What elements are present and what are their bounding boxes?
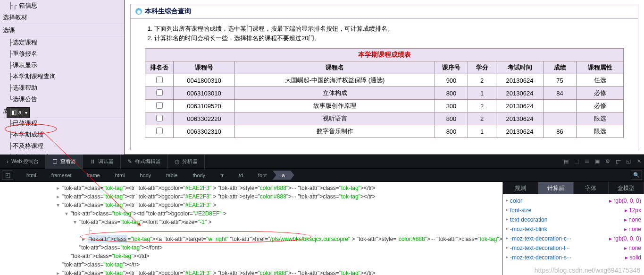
pick-element-button[interactable]: ◰: [2, 171, 13, 180]
rtab-computed[interactable]: 计算后: [538, 182, 574, 194]
table-cell: 75: [544, 74, 577, 87]
search-button[interactable]: 🔍: [631, 171, 642, 180]
th-grade: 成绩: [544, 61, 577, 74]
rtab-rules[interactable]: 规则: [503, 182, 538, 194]
rule-row[interactable]: ▸-moz-text-decoration-s···▸ solid: [506, 253, 641, 262]
crumb-frameset[interactable]: frameset: [42, 171, 81, 180]
annotation-oval-source: [80, 231, 311, 242]
sidebar-cut-item[interactable]: ┌ 箱信思: [0, 0, 124, 11]
table-cell: 0063302310: [174, 125, 235, 138]
table-cell: 1: [468, 87, 496, 100]
close-icon[interactable]: ✕: [634, 158, 644, 164]
sidebar-item-semester-course[interactable]: 本学期课程查询: [0, 71, 124, 82]
devtools-panel: ›Web 控制台 ☐查看器 ⏸调试器 ✎样式编辑器 ◷分析器 ▤ ⬚ 𝌆 ▣ ⚙…: [0, 155, 644, 275]
responsive-icon[interactable]: ▣: [592, 158, 602, 164]
table-cell: 任选: [577, 74, 624, 87]
table-header-row: 排名否 课程号 课程名 课序号 学分 考试时间 成绩 课程属性: [145, 61, 624, 74]
sidebar-item-course-notice[interactable]: 选课公告: [0, 94, 124, 105]
sidebar-item-failed[interactable]: 不及格课程: [0, 140, 124, 152]
table-cell: 2: [468, 74, 496, 87]
rule-row[interactable]: ▸text-decoration▸ none: [506, 215, 641, 224]
th-coursename: 课程名: [235, 61, 435, 74]
inspector-icon: ☐: [52, 158, 58, 165]
table-cell: 2: [468, 112, 496, 125]
panel-title-text: 本科生综合查询: [145, 7, 191, 16]
table-cell: 300: [435, 100, 468, 112]
rtab-boxmodel[interactable]: 盒模型: [609, 182, 644, 194]
sidebar-item-course-help[interactable]: 选课帮助: [0, 82, 124, 94]
table-cell: 限选: [577, 125, 624, 138]
breadcrumb: htmlframesetframehtmlbodytabletbodytrtdf…: [17, 171, 631, 180]
source-line[interactable]: ▾"tok-attr">class="tok-tag"><font "tok-a…: [57, 218, 500, 226]
panel-icon: ◉: [135, 8, 142, 15]
source-tree[interactable]: ▸"tok-attr">class="tok-tag"><tr "tok-att…: [0, 182, 502, 275]
table-row[interactable]: 0063103010立体构成80012013062484必修: [145, 87, 624, 100]
table-cell: 800: [435, 125, 468, 138]
table-row[interactable]: 0063302310数字音乐制作80012013062486限选: [145, 125, 624, 138]
source-line[interactable]: "tok-attr">class="tok-tag"></font>: [57, 243, 500, 252]
source-line[interactable]: ▾"tok-attr">class="tok-tag"><tr "tok-att…: [57, 201, 500, 209]
table-row[interactable]: 0063109520故事版创作原理300220130624必修: [145, 100, 624, 112]
devtools-body: ▸"tok-attr">class="tok-tag"><tr "tok-att…: [0, 182, 644, 275]
source-line[interactable]: ▸"tok-attr">class="tok-tag"><tr "tok-att…: [57, 184, 500, 192]
rank-checkbox[interactable]: [156, 102, 163, 109]
rule-row[interactable]: ▸-moz-text-decoration-l···▸ none: [506, 243, 641, 253]
rank-checkbox[interactable]: [156, 115, 163, 121]
tag-label: a: [18, 109, 22, 116]
table-cell: 0041800310: [174, 74, 235, 87]
table-cell: 故事版创作原理: [235, 100, 435, 112]
table-row[interactable]: 0063302220视听语言800220130624限选: [145, 112, 624, 125]
crumb-tbody[interactable]: tbody: [183, 171, 215, 180]
tab-inspector[interactable]: ☐查看器: [46, 155, 83, 169]
table-cell: 800: [435, 112, 468, 125]
sidebar-item-select-course[interactable]: 选定课程: [0, 37, 124, 48]
tab-debugger[interactable]: ⏸调试器: [83, 155, 121, 169]
sidebar-item-timetable[interactable]: 课表显示: [0, 60, 124, 71]
sidebar-section-course[interactable]: 选课: [0, 24, 124, 37]
rank-checkbox[interactable]: [156, 77, 163, 83]
rule-row[interactable]: ▸-moz-text-decoration-c···▸ rgb(0, 0, 0): [506, 234, 641, 243]
table-cell: 1: [468, 125, 496, 138]
table-cell: 20130624: [496, 112, 544, 125]
crumb-body[interactable]: body: [130, 171, 160, 180]
source-line[interactable]: ▸"tok-attr">class="tok-tag"><tr "tok-att…: [57, 192, 500, 201]
rule-row[interactable]: ▸color▸ rgb(0, 0, 0): [506, 196, 641, 206]
tab-profiler[interactable]: ◷分析器: [168, 155, 205, 169]
crumb-html[interactable]: html: [106, 171, 134, 180]
th-seq: 课序号: [435, 61, 468, 74]
crumb-table[interactable]: table: [157, 171, 187, 180]
rank-checkbox[interactable]: [156, 89, 163, 96]
dropdown-icon: ▾: [23, 110, 27, 115]
rule-row[interactable]: ▸font-size▸ 12px: [506, 206, 641, 215]
settings-icon[interactable]: ⚙: [602, 158, 613, 164]
tab-style-editor[interactable]: ✎样式编辑器: [121, 155, 168, 169]
source-line[interactable]: "tok-attr">class="tok-tag"></td>: [57, 252, 500, 260]
th-courseno: 课程号: [174, 61, 235, 74]
table-row[interactable]: 0041800310大国崛起-中国的海洋权益保障 (通选)90022013062…: [145, 74, 624, 87]
table-cell: 必修: [577, 100, 624, 112]
source-line[interactable]: "tok-attr">class="tok-tag"></tr>: [57, 260, 500, 269]
table-cell: [544, 112, 577, 125]
paint-flash-icon[interactable]: ▤: [561, 158, 571, 164]
crumb-html[interactable]: html: [17, 171, 46, 180]
dock-icon[interactable]: ⫍: [613, 159, 623, 164]
crumb-font[interactable]: font: [249, 171, 276, 180]
sidebar-item-retake[interactable]: 重修报名: [0, 48, 124, 60]
app-upper: ┌ 箱信思 选择教材 选课 选定课程 重修报名 课表显示 本学期课程查询 选课帮…: [0, 0, 644, 155]
source-line[interactable]: ▾"tok-attr">class="tok-tag"><td "tok-att…: [57, 209, 500, 218]
table-cell: 20130624: [496, 100, 544, 112]
cube-icon[interactable]: ⬚: [571, 158, 582, 164]
sidebar-section-textbook[interactable]: 选择教材: [0, 11, 124, 24]
table-cell: 0063109520: [174, 100, 235, 112]
watermark: https://blog.csdn.net/wxg694175346: [535, 266, 640, 274]
scratch-icon[interactable]: 𝌆: [582, 158, 592, 164]
tab-console[interactable]: ›Web 控制台: [0, 155, 46, 169]
popout-icon[interactable]: ◱: [623, 158, 634, 164]
rtab-fonts[interactable]: 字体: [574, 182, 609, 194]
source-line[interactable]: ▸"tok-attr">class="tok-tag"><tr "tok-att…: [57, 269, 500, 275]
crumb-frame[interactable]: frame: [77, 171, 109, 180]
rule-row[interactable]: ▸-moz-text-blink▸ none: [506, 224, 641, 234]
table-cell: 立体构成: [235, 87, 435, 100]
rank-checkbox[interactable]: [156, 128, 163, 134]
rules-body[interactable]: ▸color▸ rgb(0, 0, 0)▸font-size▸ 12px▸tex…: [503, 194, 644, 275]
